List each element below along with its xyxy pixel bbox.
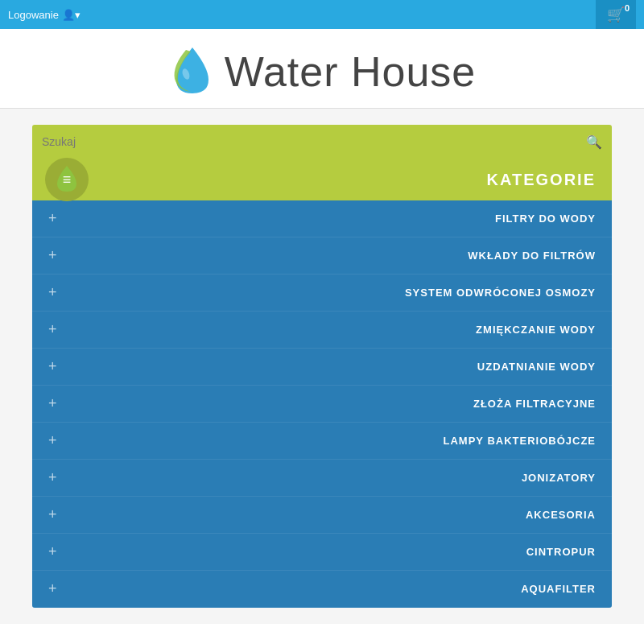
category-item[interactable]: + LAMPY BAKTERIOBÓJCZE <box>32 423 612 460</box>
category-item-label: SYSTEM ODWRÓCONEJ OSMOZY <box>405 287 596 299</box>
category-item[interactable]: + AKCESORIA <box>32 497 612 534</box>
category-item-label: AKCESORIA <box>526 509 596 521</box>
search-icon: 🔍 <box>586 135 602 149</box>
category-item[interactable]: + CINTROPUR <box>32 534 612 571</box>
expand-icon: + <box>48 247 57 264</box>
search-input[interactable] <box>42 135 586 148</box>
expand-icon: + <box>48 580 57 597</box>
category-item-label: CINTROPUR <box>526 546 596 558</box>
expand-icon: + <box>48 432 57 449</box>
cart-button[interactable]: 0 🛒 <box>596 0 636 29</box>
cart-icon: 🛒 <box>607 6 625 23</box>
category-item-label: AQUAFILTER <box>521 583 596 595</box>
expand-icon: + <box>48 321 57 338</box>
cart-badge: 0 <box>625 3 630 13</box>
hamburger-icon: ≡ <box>63 171 72 188</box>
user-icon: 👤▾ <box>62 9 80 21</box>
expand-icon: + <box>48 543 57 560</box>
category-item[interactable]: + JONIZATORY <box>32 460 612 497</box>
category-item-label: ZMIĘKCZANIE WODY <box>476 324 596 336</box>
category-item-label: LAMPY BAKTERIOBÓJCZE <box>444 435 597 447</box>
login-button[interactable]: Logowanie 👤▾ <box>8 9 80 21</box>
category-item[interactable]: + AQUAFILTER <box>32 571 612 608</box>
expand-icon: + <box>48 284 57 301</box>
expand-icon: + <box>48 358 57 375</box>
expand-icon: + <box>48 506 57 523</box>
category-item-label: UZDATNIANIE WODY <box>477 361 596 373</box>
menu-icon-circle[interactable]: ≡ <box>45 158 89 201</box>
category-item[interactable]: + FILTRY DO WODY <box>32 200 612 237</box>
category-item[interactable]: + WKŁADY DO FILTRÓW <box>32 237 612 275</box>
category-item-label: WKŁADY DO FILTRÓW <box>468 250 596 262</box>
category-item[interactable]: + SYSTEM ODWRÓCONEJ OSMOZY <box>32 275 612 312</box>
site-header: Water House <box>0 29 644 109</box>
expand-icon: + <box>48 395 57 412</box>
category-item-label: FILTRY DO WODY <box>495 213 596 225</box>
category-item[interactable]: + ZŁOŻA FILTRACYJNE <box>32 386 612 423</box>
category-item[interactable]: + UZDATNIANIE WODY <box>32 349 612 386</box>
category-header: ≡ KATEGORIE <box>32 159 612 200</box>
category-item-label: ZŁOŻA FILTRACYJNE <box>473 398 596 410</box>
search-bar: 🔍 <box>32 125 612 159</box>
content-area: 🔍 ≡ KATEGORIE + FILTRY DO WODY + WKŁADY … <box>0 109 644 624</box>
category-list: + FILTRY DO WODY + WKŁADY DO FILTRÓW + S… <box>32 200 612 608</box>
category-title: KATEGORIE <box>487 171 596 189</box>
logo-icon <box>168 43 217 100</box>
site-title: Water House <box>225 47 477 96</box>
search-button[interactable]: 🔍 <box>586 134 602 150</box>
login-label: Logowanie <box>8 9 59 21</box>
logo-area: Water House <box>168 43 477 100</box>
category-item-label: JONIZATORY <box>522 472 596 484</box>
expand-icon: + <box>48 469 57 486</box>
category-panel: ≡ KATEGORIE + FILTRY DO WODY + WKŁADY DO… <box>32 159 612 608</box>
expand-icon: + <box>48 210 57 227</box>
category-item[interactable]: + ZMIĘKCZANIE WODY <box>32 312 612 349</box>
top-bar: Logowanie 👤▾ 0 🛒 <box>0 0 644 29</box>
